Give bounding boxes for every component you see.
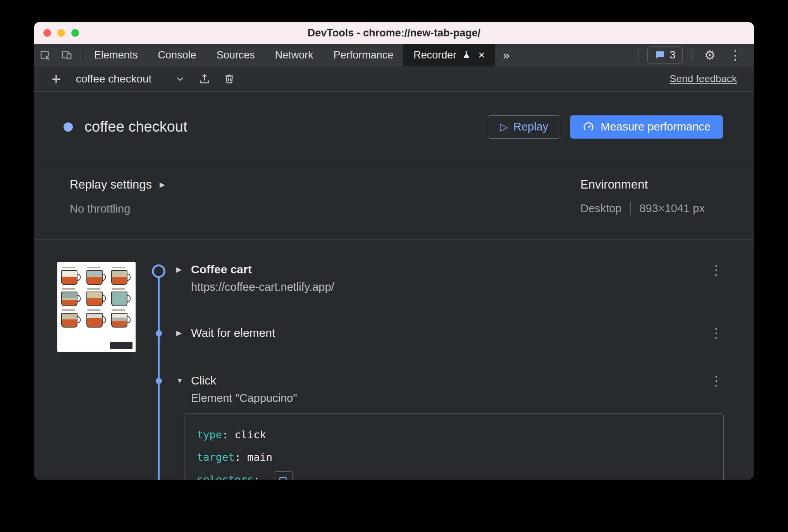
disclosure-right-icon: ▶ (160, 181, 165, 188)
inspect-cursor-icon (278, 475, 288, 480)
replay-settings-label: Replay settings (70, 178, 152, 192)
timeline-marker-step-1[interactable] (152, 264, 165, 278)
replay-button-label: Replay (513, 120, 548, 133)
export-upload-icon (199, 73, 210, 85)
divider (630, 202, 631, 215)
step-title: Wait for element (191, 326, 275, 340)
window-title: DevTools - chrome://new-tab-page/ (34, 27, 754, 39)
speedometer-icon (583, 121, 594, 133)
step-click-toggle[interactable]: ▼ Click (176, 374, 297, 387)
settings-section: Replay settings ▶ No throttling Environm… (34, 162, 754, 240)
steps-list: ▶ Coffee cart https://coffee-cart.netlif… (34, 240, 754, 480)
tabbar-right-controls: 3 ⚙ ⋮ (635, 44, 754, 66)
step-navigate: ▶ Coffee cart https://coffee-cart.netlif… (176, 263, 334, 293)
messages-count-badge: 3 (669, 49, 675, 61)
recording-header: coffee checkout ▷ Replay Measure perform… (34, 92, 754, 162)
replay-settings: Replay settings ▶ No throttling (70, 178, 165, 215)
devtools-tabbar: Elements Console Sources Network Perform… (34, 44, 754, 66)
send-feedback-link[interactable]: Send feedback (670, 73, 737, 85)
environment-viewport: 893×1041 px (639, 202, 705, 215)
environment-label: Environment (580, 178, 705, 192)
step-detail-editor[interactable]: type: click target: main selectors: (184, 413, 724, 480)
step-wait-toggle[interactable]: ▶ Wait for element (176, 326, 275, 340)
titlebar: DevTools - chrome://new-tab-page/ (34, 22, 754, 44)
code-key: target (197, 451, 235, 463)
recording-dot-icon (64, 122, 73, 132)
recording-select-value: coffee checkout (76, 73, 152, 85)
timeline-line (158, 271, 160, 480)
step-url: https://coffee-cart.netlify.app/ (191, 281, 334, 293)
delete-recording-button[interactable] (224, 73, 235, 85)
select-element-button[interactable] (274, 471, 292, 480)
close-window-button[interactable] (43, 29, 51, 37)
inspect-cursor-icon (39, 49, 51, 61)
export-recording-button[interactable] (199, 73, 210, 85)
step-navigate-toggle[interactable]: ▶ Coffee cart (176, 263, 334, 276)
measure-performance-button[interactable]: Measure performance (570, 115, 723, 139)
step-1-menu-kebab-icon[interactable]: ⋮ (707, 262, 725, 278)
chevron-down-icon (175, 74, 186, 84)
thumbnail-total-badge (110, 342, 132, 349)
chat-bubble-icon (655, 50, 665, 60)
step-wait: ▶ Wait for element (176, 326, 275, 340)
divider (638, 49, 639, 61)
tab-elements[interactable]: Elements (84, 44, 148, 66)
tab-recorder-label: Recorder (413, 49, 456, 61)
code-key: type (197, 429, 222, 441)
more-tabs-button[interactable]: » (495, 44, 518, 66)
inspect-element-button[interactable] (34, 44, 56, 66)
environment-panel: Environment Desktop 893×1041 px (580, 178, 705, 215)
recorder-toolbar: + coffee checkout Send feedback (34, 66, 754, 92)
tab-network[interactable]: Network (265, 44, 323, 66)
timeline-marker-step-2[interactable] (156, 330, 162, 336)
traffic-lights (43, 22, 79, 44)
step-3-menu-kebab-icon[interactable]: ⋮ (707, 373, 725, 388)
tab-sources[interactable]: Sources (206, 44, 265, 66)
disclosure-down-icon: ▼ (176, 377, 185, 384)
device-toolbar-icon (61, 49, 72, 61)
step-title: Click (191, 374, 216, 387)
device-toolbar-button[interactable] (56, 44, 77, 66)
timeline-marker-step-3[interactable] (156, 378, 162, 384)
main-menu-kebab-icon[interactable]: ⋮ (725, 48, 745, 63)
environment-device: Desktop (580, 202, 621, 215)
code-line: selectors: (197, 469, 711, 480)
zoom-window-button[interactable] (71, 29, 79, 37)
tab-recorder[interactable]: Recorder × (403, 44, 495, 66)
play-icon: ▷ (500, 121, 508, 133)
close-tab-icon[interactable]: × (478, 49, 485, 61)
trash-icon (224, 73, 235, 85)
replay-settings-toggle[interactable]: Replay settings ▶ (70, 178, 165, 192)
replay-button[interactable]: ▷ Replay (488, 115, 560, 139)
code-line: type: click (197, 424, 711, 446)
experiment-flask-icon (462, 50, 471, 60)
divider (81, 49, 81, 61)
minimize-window-button[interactable] (57, 29, 65, 37)
code-line: target: main (197, 446, 711, 469)
feedback-messages-button[interactable]: 3 (647, 46, 683, 64)
recording-title: coffee checkout (84, 118, 187, 135)
step-2-menu-kebab-icon[interactable]: ⋮ (707, 325, 725, 341)
code-value: click (235, 429, 266, 441)
tab-console[interactable]: Console (148, 44, 206, 66)
code-value: main (247, 451, 272, 463)
measure-button-label: Measure performance (600, 120, 711, 133)
code-key: selectors (197, 474, 253, 480)
recording-select[interactable]: coffee checkout (76, 73, 186, 85)
disclosure-right-icon: ▶ (176, 329, 185, 336)
step-target-element: Element "Cappucino" (191, 392, 297, 405)
settings-gear-icon[interactable]: ⚙ (700, 48, 719, 63)
thumbnail-coffee-grid (61, 267, 132, 328)
step-title: Coffee cart (191, 263, 252, 276)
tab-performance[interactable]: Performance (323, 44, 404, 66)
add-recording-button[interactable]: + (47, 70, 65, 88)
devtools-window: DevTools - chrome://new-tab-page/ Elemen… (34, 22, 754, 480)
divider (691, 49, 692, 61)
disclosure-right-icon: ▶ (176, 266, 185, 273)
page-thumbnail[interactable] (57, 262, 136, 352)
step-click: ▼ Click Element "Cappucino" (176, 374, 297, 405)
throttling-value: No throttling (70, 203, 165, 215)
